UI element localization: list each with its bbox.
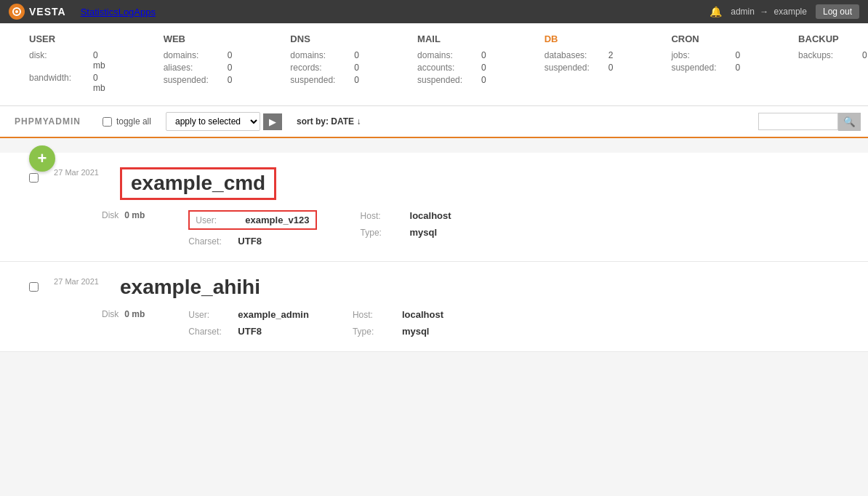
stats-dns-title: DNS	[290, 33, 359, 44]
table-row: 27 Mar 2021 example_cmd Disk 0 mb User: …	[0, 153, 868, 262]
db-item-name-2: example_ahihi	[120, 276, 260, 299]
db-item-checkbox-1[interactable]	[29, 173, 39, 183]
search-box: 🔍	[758, 113, 861, 131]
stats-web: WEB domains:0 aliases:0 suspended:0	[164, 33, 233, 95]
sort-by-label: sort by:	[297, 116, 329, 127]
logo: VESTA	[9, 4, 66, 20]
logo-text: VESTA	[29, 6, 66, 17]
nav-statistics[interactable]: Statistics	[81, 7, 118, 17]
logout-button[interactable]: Log out	[816, 4, 859, 19]
sort-info: sort by: DATE ↓	[297, 116, 361, 127]
stats-cron-title: CRON	[671, 33, 740, 44]
db-item-name-1: example_cmd	[120, 167, 276, 200]
apply-to-selected-dropdown[interactable]: apply to selected	[166, 112, 260, 131]
stat-disk: disk: 0 mb	[29, 50, 105, 71]
table-row: 27 Mar 2021 example_ahihi Disk 0 mb User…	[0, 262, 868, 352]
logo-icon	[9, 4, 25, 20]
db-item-checkbox-2[interactable]	[29, 282, 39, 292]
stats-db-title: DB	[544, 33, 614, 44]
db-item-meta-2: User: example_admin Charset: UTF8 Host: …	[188, 309, 443, 337]
stats-user-title: USER	[29, 33, 105, 44]
apply-select-group: apply to selected ▶	[166, 112, 282, 131]
phpmyadmin-link[interactable]: PHPMYADMIN	[0, 116, 95, 127]
stats-backup: BACKUP backups:0	[798, 33, 867, 95]
stats-bar: USER disk: 0 mb bandwidth: 0 mb WEB doma…	[0, 23, 868, 106]
db-item-disk-2: Disk 0 mb	[102, 309, 145, 337]
topnav-right: 🔔 admin → example Log out	[710, 4, 859, 19]
nav-log[interactable]: Log	[118, 7, 134, 17]
apply-button[interactable]: ▶	[263, 113, 282, 130]
stats-mail-title: MAIL	[417, 33, 486, 44]
db-type-row-2: Type: mysql	[353, 326, 443, 337]
search-input[interactable]	[758, 113, 838, 130]
stats-user: USER disk: 0 mb bandwidth: 0 mb	[29, 33, 105, 95]
database-list: 27 Mar 2021 example_cmd Disk 0 mb User: …	[0, 153, 868, 352]
db-item-date-1: 27 Mar 2021	[47, 167, 105, 178]
toolbar-wrapper: PHPMYADMIN toggle all apply to selected …	[0, 106, 868, 138]
bell-icon: 🔔	[710, 6, 722, 17]
search-button[interactable]: 🔍	[838, 113, 861, 131]
toggle-all-text: toggle all	[116, 116, 151, 127]
arrow-icon: →	[760, 7, 771, 17]
db-item-disk-1: Disk 0 mb	[102, 210, 145, 247]
search-icon: 🔍	[843, 116, 856, 127]
stats-backup-title: BACKUP	[798, 33, 867, 44]
db-item-date-2: 27 Mar 2021	[47, 276, 105, 287]
db-user-row-2: User: example_admin	[188, 309, 309, 320]
stats-mail: MAIL domains:0 accounts:0 suspended:0	[417, 33, 486, 95]
db-host-row-2: Host: localhost	[353, 309, 443, 320]
db-item-details-1: Disk 0 mb User: example_v123 Charset: UT…	[102, 210, 839, 247]
admin-user: admin	[731, 7, 755, 17]
db-charset-row-2: Charset: UTF8	[188, 326, 309, 337]
sort-field: DATE	[331, 116, 354, 127]
db-item-meta-1: User: example_v123 Charset: UTF8 Host: l…	[188, 210, 451, 247]
nav-apps[interactable]: Apps	[134, 7, 156, 17]
db-item-details-2: Disk 0 mb User: example_admin Charset: U…	[102, 309, 839, 337]
db-type-row-1: Type: mysql	[361, 227, 451, 238]
toggle-all-checkbox[interactable]	[103, 117, 112, 127]
stats-web-title: WEB	[164, 33, 233, 44]
stats-db: DB databases:2 suspended:0	[544, 33, 614, 95]
target-user: example	[774, 7, 807, 17]
stat-bandwidth: bandwidth: 0 mb	[29, 73, 105, 93]
db-charset-row-1: Charset: UTF8	[188, 236, 316, 247]
stats-cron: CRON jobs:0 suspended:0	[671, 33, 740, 95]
toolbar: PHPMYADMIN toggle all apply to selected …	[0, 106, 868, 138]
db-user-row-1: User: example_v123	[188, 210, 316, 230]
toggle-all-label: toggle all	[103, 116, 151, 127]
svg-point-1	[15, 10, 18, 13]
top-navigation: VESTA Statistics Log Apps 🔔 admin → exam…	[0, 0, 868, 23]
db-host-row-1: Host: localhost	[361, 210, 451, 221]
nav-links: Statistics Log Apps	[81, 7, 156, 17]
stats-dns: DNS domains:0 records:0 suspended:0	[290, 33, 359, 95]
sort-dir: ↓	[356, 116, 361, 127]
user-info: admin → example	[731, 7, 807, 17]
